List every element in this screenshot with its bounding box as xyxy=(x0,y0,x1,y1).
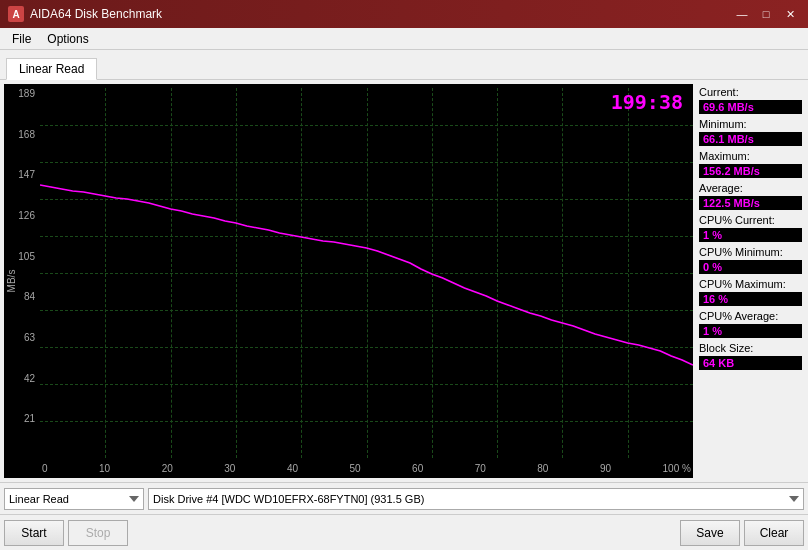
tab-bar: Linear Read xyxy=(0,50,808,80)
drive-dropdown[interactable]: Disk Drive #4 [WDC WD10EFRX-68FYTN0] (93… xyxy=(148,488,804,510)
x-label-10: 10 xyxy=(99,463,110,474)
menu-file[interactable]: File xyxy=(4,30,39,48)
timer-display: 199:38 xyxy=(611,90,683,114)
block-size-value: 64 KB xyxy=(699,356,802,370)
cpu-minimum-label: CPU% Minimum: xyxy=(699,246,802,258)
performance-curve xyxy=(40,185,693,365)
y-axis-label: MB/s xyxy=(6,270,17,293)
maximum-label: Maximum: xyxy=(699,150,802,162)
current-label: Current: xyxy=(699,86,802,98)
x-label-30: 30 xyxy=(224,463,235,474)
y-label-189: 189 xyxy=(4,88,38,99)
close-button[interactable]: ✕ xyxy=(780,5,800,23)
maximum-value: 156.2 MB/s xyxy=(699,164,802,178)
cpu-minimum-value: 0 % xyxy=(699,260,802,274)
main-area: MB/s 21 42 63 84 105 126 147 168 189 xyxy=(0,80,808,482)
x-label-70: 70 xyxy=(475,463,486,474)
average-label: Average: xyxy=(699,182,802,194)
y-label-21: 21 xyxy=(4,413,38,424)
x-label-100: 100 % xyxy=(663,463,691,474)
y-label-42: 42 xyxy=(4,373,38,384)
tab-linear-read[interactable]: Linear Read xyxy=(6,58,97,80)
cpu-maximum-label: CPU% Maximum: xyxy=(699,278,802,290)
minimum-value: 66.1 MB/s xyxy=(699,132,802,146)
x-label-50: 50 xyxy=(349,463,360,474)
x-label-90: 90 xyxy=(600,463,611,474)
cpu-current-label: CPU% Current: xyxy=(699,214,802,226)
chart-svg xyxy=(40,88,693,458)
bottom-controls: Linear Read Random Read Linear Write Ran… xyxy=(0,482,808,514)
action-bar: Start Stop Save Clear xyxy=(0,514,808,550)
chart-container: MB/s 21 42 63 84 105 126 147 168 189 xyxy=(4,84,693,478)
title-text: AIDA64 Disk Benchmark xyxy=(30,7,162,21)
title-bar-left: A AIDA64 Disk Benchmark xyxy=(8,6,162,22)
menu-options[interactable]: Options xyxy=(39,30,96,48)
app-icon: A xyxy=(8,6,24,22)
cpu-average-label: CPU% Average: xyxy=(699,310,802,322)
y-label-168: 168 xyxy=(4,129,38,140)
x-axis-labels: 0 10 20 30 40 50 60 70 80 90 100 % xyxy=(40,458,693,478)
clear-button[interactable]: Clear xyxy=(744,520,804,546)
average-value: 122.5 MB/s xyxy=(699,196,802,210)
x-label-0: 0 xyxy=(42,463,48,474)
current-value: 69.6 MB/s xyxy=(699,100,802,114)
title-bar-controls: — □ ✕ xyxy=(732,5,800,23)
right-panel: Current: 69.6 MB/s Minimum: 66.1 MB/s Ma… xyxy=(693,80,808,482)
minimum-label: Minimum: xyxy=(699,118,802,130)
y-label-147: 147 xyxy=(4,169,38,180)
minimize-button[interactable]: — xyxy=(732,5,752,23)
y-label-105: 105 xyxy=(4,251,38,262)
y-label-126: 126 xyxy=(4,210,38,221)
chart-inner xyxy=(40,88,693,458)
cpu-average-value: 1 % xyxy=(699,324,802,338)
x-label-80: 80 xyxy=(537,463,548,474)
start-button[interactable]: Start xyxy=(4,520,64,546)
stop-button[interactable]: Stop xyxy=(68,520,128,546)
block-size-label: Block Size: xyxy=(699,342,802,354)
x-label-60: 60 xyxy=(412,463,423,474)
save-button[interactable]: Save xyxy=(680,520,740,546)
y-label-63: 63 xyxy=(4,332,38,343)
y-label-84: 84 xyxy=(4,291,38,302)
cpu-current-value: 1 % xyxy=(699,228,802,242)
x-label-40: 40 xyxy=(287,463,298,474)
cpu-maximum-value: 16 % xyxy=(699,292,802,306)
x-label-20: 20 xyxy=(162,463,173,474)
title-bar: A AIDA64 Disk Benchmark — □ ✕ xyxy=(0,0,808,28)
test-type-dropdown[interactable]: Linear Read Random Read Linear Write Ran… xyxy=(4,488,144,510)
maximize-button[interactable]: □ xyxy=(756,5,776,23)
menu-bar: File Options xyxy=(0,28,808,50)
